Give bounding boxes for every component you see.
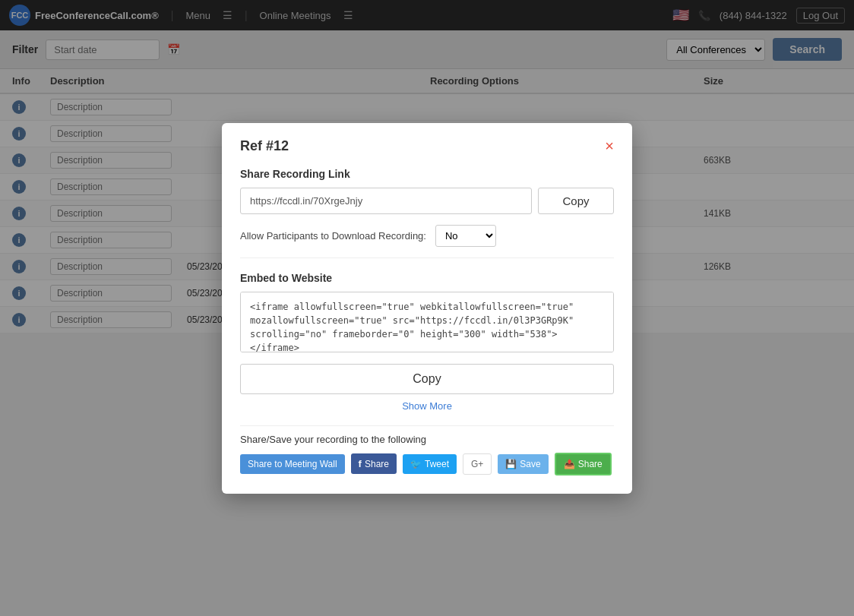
allow-download-row: Allow Participants to Download Recording… bbox=[240, 225, 614, 258]
modal-close-button[interactable]: × bbox=[605, 138, 614, 153]
embed-code-textarea[interactable]: <iframe allowfullscreen="true" webkitall… bbox=[240, 292, 614, 334]
embed-title: Embed to Website bbox=[240, 272, 614, 284]
modal-header: Ref #12 × bbox=[240, 138, 614, 154]
allow-download-label: Allow Participants to Download Recording… bbox=[240, 230, 426, 242]
share-recording-link-title: Share Recording Link bbox=[240, 168, 614, 180]
modal-title: Ref #12 bbox=[240, 138, 289, 154]
share-link-input[interactable] bbox=[240, 188, 532, 214]
share-link-row: Copy bbox=[240, 188, 614, 214]
allow-download-select[interactable]: No Yes bbox=[435, 225, 496, 247]
copy-link-button[interactable]: Copy bbox=[538, 188, 614, 214]
modal-overlay[interactable]: Ref #12 × Share Recording Link Copy Allo… bbox=[0, 0, 854, 333]
embed-section: Embed to Website <iframe allowfullscreen… bbox=[240, 272, 614, 334]
share-recording-modal: Ref #12 × Share Recording Link Copy Allo… bbox=[222, 123, 632, 334]
